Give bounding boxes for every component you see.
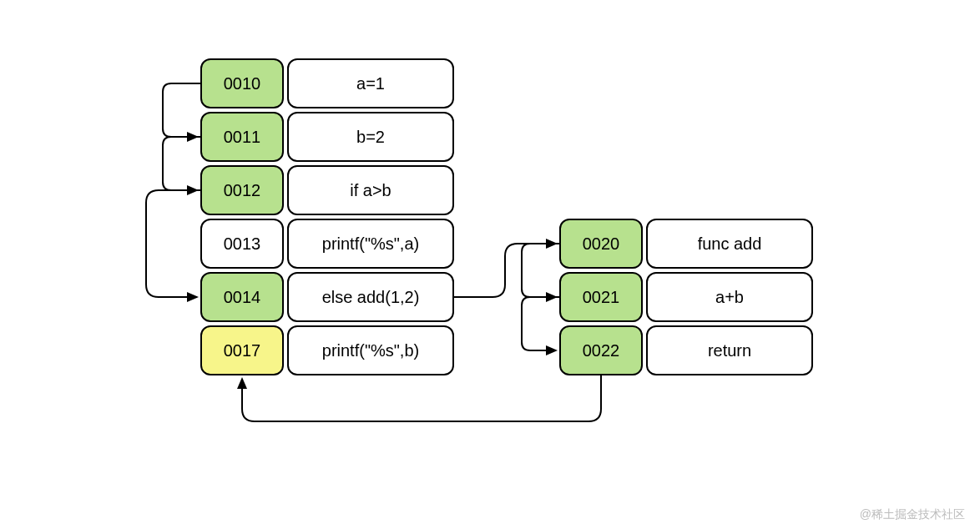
instr-cell: a+b <box>646 272 813 322</box>
addr-cell: 0010 <box>200 58 284 108</box>
addr-cell: 0013 <box>200 219 284 269</box>
row-0011: 0011 b=2 <box>200 112 454 162</box>
row-0013: 0013 printf("%s",a) <box>200 219 454 269</box>
row-0014: 0014 else add(1,2) <box>200 272 454 322</box>
addr-cell: 0014 <box>200 272 284 322</box>
row-0022: 0022 return <box>559 325 813 375</box>
addr-cell: 0011 <box>200 112 284 162</box>
row-0012: 0012 if a>b <box>200 165 454 215</box>
addr-cell: 0021 <box>559 272 643 322</box>
instr-cell: a=1 <box>287 58 454 108</box>
instr-cell: printf("%s",a) <box>287 219 454 269</box>
instr-cell: if a>b <box>287 165 454 215</box>
instr-cell: return <box>646 325 813 375</box>
row-0017: 0017 printf("%s",b) <box>200 325 454 375</box>
row-0021: 0021 a+b <box>559 272 813 322</box>
flow-arrows <box>0 0 980 529</box>
watermark-text: @稀土掘金技术社区 <box>860 507 965 522</box>
instr-cell: b=2 <box>287 112 454 162</box>
instr-cell: else add(1,2) <box>287 272 454 322</box>
addr-cell: 0020 <box>559 219 643 269</box>
instr-cell: func add <box>646 219 813 269</box>
row-0020: 0020 func add <box>559 219 813 269</box>
instr-cell: printf("%s",b) <box>287 325 454 375</box>
addr-cell: 0012 <box>200 165 284 215</box>
addr-cell: 0022 <box>559 325 643 375</box>
addr-cell: 0017 <box>200 325 284 375</box>
row-0010: 0010 a=1 <box>200 58 454 108</box>
